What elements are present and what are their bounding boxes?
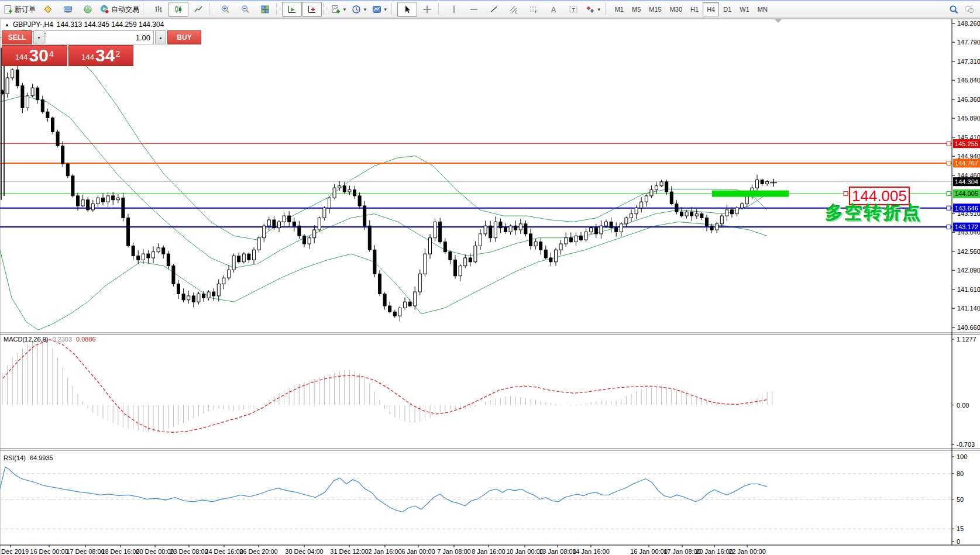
price-box-anchor[interactable] — [844, 192, 848, 196]
price-axis-label[interactable]: 142.560 — [957, 248, 980, 255]
arrow-shapes-icon — [586, 5, 595, 14]
volume-decrease-button[interactable]: ▼ — [33, 30, 44, 44]
text-label-button[interactable]: T — [563, 2, 583, 17]
buy-price-panel[interactable]: 144342 — [68, 45, 134, 66]
timeframe-button-W1[interactable]: W1 — [735, 2, 754, 16]
price-axis-label[interactable]: 147.310 — [957, 58, 980, 65]
hline-anchor[interactable] — [947, 142, 951, 146]
rsi-axis-label[interactable]: 0 — [957, 538, 960, 545]
time-axis-label[interactable]: 30 Dec 04:00 — [285, 548, 323, 555]
timeframe-button-M1[interactable]: M1 — [611, 2, 628, 16]
highlight-bar-annotation[interactable] — [712, 191, 789, 197]
macd-value-main: 0.2303 — [52, 336, 72, 343]
rsi-axis-label[interactable]: 80 — [957, 470, 964, 477]
price-axis-label[interactable]: 141.610 — [957, 286, 980, 293]
macd-axis-label[interactable]: 1.1277 — [957, 336, 976, 343]
time-axis-label[interactable]: 6 Jan 00:00 — [401, 548, 435, 555]
time-axis-label[interactable]: 16 Dec 00:00 — [30, 548, 68, 555]
rsi-axis-label[interactable]: 50 — [957, 496, 964, 503]
time-axis-label[interactable]: 24 Dec 16:00 — [205, 548, 243, 555]
time-axis-label[interactable]: 20 Dec 00:00 — [136, 548, 174, 555]
time-axis-label[interactable]: 26 Dec 20:00 — [239, 548, 277, 555]
timeframe-button-H4[interactable]: H4 — [703, 2, 719, 16]
hline-anchor[interactable] — [947, 192, 951, 196]
volume-increase-button[interactable]: ▲ — [155, 30, 166, 44]
price-axis-label[interactable]: 145.890 — [957, 115, 980, 122]
new-order-button[interactable]: 新订单 — [1, 2, 38, 17]
price-axis-label[interactable]: 141.140 — [957, 305, 980, 312]
price-axis-label[interactable]: 148.260 — [957, 20, 980, 27]
time-axis-label[interactable]: 23 Dec 08:00 — [170, 548, 208, 555]
hline-anchor[interactable] — [947, 225, 951, 229]
candlestick-chart-icon — [174, 5, 183, 14]
crosshair-button[interactable] — [417, 2, 437, 17]
time-axis-label[interactable]: 22 Jan 00:00 — [728, 548, 766, 555]
time-axis-label[interactable]: 16 Jan 00:00 — [630, 548, 668, 555]
periods-button[interactable]: ▼ — [349, 2, 370, 17]
timeframe-button-MN[interactable]: MN — [754, 2, 772, 16]
time-axis-label[interactable]: 13 Jan 08:00 — [539, 548, 576, 555]
time-axis-label[interactable]: 7 Jan 08:00 — [437, 548, 471, 555]
bar-chart-button[interactable] — [149, 2, 169, 17]
time-axis-label[interactable]: 12 Dec 2019 — [0, 548, 29, 555]
hline-anchor[interactable] — [947, 161, 951, 165]
price-axis-label[interactable]: 147.790 — [957, 39, 980, 46]
chart-shift-icon — [307, 5, 317, 14]
rsi-axis-label[interactable]: 100 — [957, 453, 967, 460]
sell-button[interactable]: SELL — [2, 30, 32, 44]
zoom-out-button[interactable] — [235, 2, 255, 17]
hline-anchor[interactable] — [947, 206, 951, 210]
time-axis-label[interactable]: 18 Dec 16:00 — [101, 548, 139, 555]
time-axis-label[interactable]: 31 Dec 12:00 — [330, 548, 368, 555]
price-axis-label[interactable]: 142.090 — [957, 267, 980, 274]
timeframe-button-M5[interactable]: M5 — [628, 2, 645, 16]
channel-button[interactable]: E — [504, 2, 524, 17]
tile-windows-button[interactable] — [255, 2, 275, 17]
autotrading-button[interactable]: 自动交易 — [98, 2, 142, 17]
time-axis-label[interactable]: 2 Jan 16:00 — [368, 548, 402, 555]
price-axis-label[interactable]: 140.660 — [957, 324, 980, 331]
indicators-button[interactable]: ▼ — [329, 2, 349, 17]
time-axis-label[interactable]: 14 Jan 16:00 — [572, 548, 610, 555]
time-axis-label[interactable]: 20 Jan 16:00 — [696, 548, 733, 555]
time-axis-label[interactable]: 10 Jan 00:00 — [506, 548, 544, 555]
timeframe-button-D1[interactable]: D1 — [719, 2, 735, 16]
turning-point-annotation[interactable]: 多空转折点 — [826, 201, 922, 225]
buy-button[interactable]: BUY — [167, 30, 201, 44]
macd-axis-label[interactable]: 0.00 — [957, 402, 969, 409]
line-chart-button[interactable] — [188, 2, 208, 17]
time-axis-label[interactable]: 8 Jan 16:00 — [472, 548, 506, 555]
arrows-button[interactable]: ▼ — [583, 2, 604, 17]
horizontal-line-button[interactable] — [464, 2, 484, 17]
sell-price-panel[interactable]: 144304 — [2, 45, 67, 66]
price-axis-label[interactable]: 146.840 — [957, 77, 980, 84]
chat-icon[interactable] — [964, 5, 975, 14]
price-axis-label[interactable]: 146.360 — [957, 96, 980, 103]
fibonacci-button[interactable]: F — [524, 2, 544, 17]
trendline-button[interactable] — [484, 2, 504, 17]
vertical-line-button[interactable] — [444, 2, 464, 17]
timeframe-button-H1[interactable]: H1 — [686, 2, 703, 16]
rsi-axis-label[interactable]: 15 — [957, 525, 964, 532]
text-button[interactable]: A — [544, 2, 563, 17]
macd-indicator-label: MACD(12,26,9) 0.2303 0.0886 — [4, 336, 96, 343]
auto-scroll-button[interactable] — [282, 2, 302, 17]
zoom-in-button[interactable] — [215, 2, 235, 17]
timeframe-button-M15[interactable]: M15 — [645, 2, 665, 16]
price-axis-label[interactable]: 144.940 — [957, 153, 980, 160]
time-axis-label[interactable]: 17 Dec 08:00 — [66, 548, 104, 555]
chart-collapse-icon[interactable]: ▲ — [5, 22, 9, 27]
cursor-button[interactable] — [397, 2, 417, 17]
chart-canvas[interactable]: 148.260147.790147.310146.840146.360145.8… — [0, 1, 980, 555]
volume-input[interactable] — [46, 30, 154, 44]
macd-axis-label[interactable]: -0.703 — [957, 441, 975, 448]
terminal-button[interactable] — [58, 2, 78, 17]
market-depth-button[interactable] — [38, 2, 58, 17]
chart-shift-button[interactable] — [302, 2, 322, 17]
candlestick-chart-button[interactable] — [169, 2, 188, 17]
text-label-icon: T — [569, 5, 578, 14]
timeframe-button-M30[interactable]: M30 — [666, 2, 686, 16]
signals-button[interactable] — [78, 2, 98, 17]
search-icon[interactable] — [949, 5, 959, 15]
templates-button[interactable]: ▼ — [370, 2, 390, 17]
